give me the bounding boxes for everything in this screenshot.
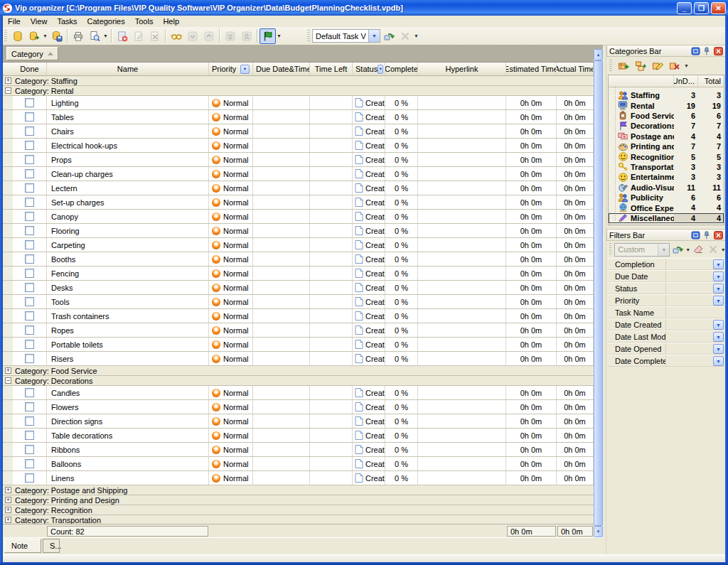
task-row-lighting[interactable]: Lighting Normal Create 0 % 0h 0m 0h 0m (3, 96, 594, 110)
apply-view-button[interactable] (380, 28, 397, 44)
done-checkbox[interactable] (25, 98, 34, 107)
filter-value-dropdown-icon[interactable] (713, 259, 724, 269)
task-row-portable-toilets[interactable]: Portable toilets Normal Create 0 % 0h 0m… (3, 338, 594, 352)
add-task-button[interactable] (114, 28, 130, 44)
done-checkbox[interactable] (25, 169, 34, 178)
task-row-balloons[interactable]: Balloons Normal Create 0 % 0h 0m 0h 0m (3, 457, 594, 471)
column-header-priority[interactable]: Priority (209, 63, 253, 75)
group-row-category-printing-and-design[interactable]: Category: Printing and Design (3, 495, 594, 505)
done-checkbox[interactable] (25, 269, 34, 278)
erase-filter-button[interactable] (691, 242, 705, 257)
task-row-risers[interactable]: Risers Normal Create 0 % 0h 0m 0h 0m (3, 352, 594, 366)
scrollbar-thumb[interactable] (594, 60, 603, 526)
move-up-button[interactable] (200, 28, 217, 44)
column-header-status[interactable]: Status (353, 63, 385, 75)
category-row-entertainmen[interactable]: Entertainmen 3 3 (609, 172, 724, 182)
done-checkbox[interactable] (25, 198, 34, 207)
task-row-tools[interactable]: Tools Normal Create 0 % 0h 0m 0h 0m (3, 295, 594, 309)
task-row-ribbons[interactable]: Ribbons Normal Create 0 % 0h 0m 0h 0m (3, 443, 594, 457)
category-row-staffing[interactable]: Staffing 3 3 (609, 90, 724, 100)
edit-task-button[interactable] (130, 28, 146, 44)
add-category-button[interactable] (615, 58, 631, 74)
done-checkbox[interactable] (25, 297, 34, 306)
expand-icon[interactable] (5, 507, 11, 513)
collapse-icon[interactable] (5, 377, 11, 384)
close-panel-icon[interactable] (713, 230, 723, 240)
close-panel-icon[interactable] (713, 46, 723, 55)
task-row-carpeting[interactable]: Carpeting Normal Create 0 % 0h 0m 0h 0m (3, 238, 594, 252)
filter-value-dropdown-icon[interactable] (713, 344, 724, 354)
print-button[interactable] (70, 28, 86, 44)
group-row-category-decorations[interactable]: Category: Decorations (3, 376, 594, 386)
expand-icon[interactable] (5, 77, 11, 84)
filter-value-dropdown-icon[interactable] (713, 332, 724, 342)
done-checkbox[interactable] (25, 212, 34, 221)
done-checkbox[interactable] (25, 388, 34, 397)
task-row-lectern[interactable]: Lectern Normal Create 0 % 0h 0m 0h 0m (3, 181, 594, 195)
done-checkbox[interactable] (25, 431, 34, 440)
column-header-actual-time[interactable]: Actual Time (557, 63, 594, 75)
task-row-booths[interactable]: Booths Normal Create 0 % 0h 0m 0h 0m (3, 252, 594, 267)
edit-category-button[interactable] (649, 58, 665, 74)
menu-view[interactable]: View (26, 16, 53, 26)
menu-help[interactable]: Help (158, 16, 184, 26)
tab-s[interactable]: S... (43, 539, 60, 553)
category-row-publicity[interactable]: Publicity 6 6 (609, 193, 724, 203)
vertical-scrollbar[interactable] (594, 49, 603, 537)
done-checkbox[interactable] (25, 445, 34, 454)
filter-preset-combo[interactable]: Custom (614, 243, 670, 257)
category-row-rental[interactable]: Rental 19 19 (609, 100, 724, 110)
collapse-icon[interactable] (5, 87, 11, 94)
task-row-direction-signs[interactable]: Direction signs Normal Create 0 % 0h 0m … (3, 414, 594, 429)
task-row-ropes[interactable]: Ropes Normal Create 0 % 0h 0m 0h 0m (3, 323, 594, 338)
column-header-name[interactable]: Name (47, 63, 209, 75)
done-checkbox[interactable] (25, 127, 34, 136)
task-row-table-decorations[interactable]: Table decorations Normal Create 0 % 0h 0… (3, 429, 594, 443)
category-row-food-service[interactable]: Food Service 6 6 (609, 111, 724, 121)
group-row-category-recognition[interactable]: Category: Recognition (3, 505, 594, 515)
done-checkbox[interactable] (25, 402, 34, 411)
category-row-transportatio[interactable]: Transportatio 3 3 (609, 162, 724, 172)
done-checkbox[interactable] (25, 240, 34, 249)
pin-panel-icon[interactable] (702, 46, 712, 55)
menu-tools[interactable]: Tools (130, 16, 159, 26)
menu-file[interactable]: File (3, 16, 26, 26)
done-checkbox[interactable] (25, 459, 34, 468)
scroll-down-icon[interactable] (594, 526, 603, 537)
task-row-linens[interactable]: Linens Normal Create 0 % 0h 0m 0h 0m (3, 471, 594, 485)
done-checkbox[interactable] (25, 226, 34, 235)
done-checkbox[interactable] (25, 254, 34, 264)
done-checkbox[interactable] (25, 141, 34, 150)
done-checkbox[interactable] (25, 112, 34, 122)
restore-button[interactable]: ❐ (694, 2, 709, 14)
category-row-office-expen[interactable]: Office Expen 4 4 (609, 203, 724, 212)
open-database-button[interactable] (26, 28, 42, 44)
menu-categories[interactable]: Categories (82, 16, 130, 26)
combo-arrow-icon[interactable] (368, 30, 380, 42)
add-subcategory-button[interactable] (632, 58, 648, 74)
dropdown-caret-icon[interactable] (42, 33, 48, 38)
dropdown-caret-icon[interactable] (102, 33, 109, 38)
dropdown-caret-icon[interactable] (276, 33, 282, 38)
column-header-time-left[interactable]: Time Left (310, 63, 353, 75)
float-panel-icon[interactable] (690, 230, 700, 240)
filter-value-dropdown-icon[interactable] (713, 356, 724, 366)
delete-category-button[interactable] (666, 58, 682, 74)
group-row-category-postage-and-shipping[interactable]: Category: Postage and Shipping (3, 485, 594, 495)
filter-value-dropdown-icon[interactable] (713, 296, 724, 306)
task-row-candles[interactable]: Candles Normal Create 0 % 0h 0m 0h 0m (3, 386, 594, 400)
task-row-set-up-charges[interactable]: Set-up charges Normal Create 0 % 0h 0m 0… (3, 195, 594, 210)
done-checkbox[interactable] (25, 155, 34, 164)
category-row-audio-visual[interactable]: Audio-Visual 11 11 (609, 183, 724, 193)
task-row-clean-up-charges[interactable]: Clean-up charges Normal Create 0 % 0h 0m… (3, 167, 594, 181)
category-row-decorations[interactable]: Decorations 7 7 (609, 121, 724, 131)
category-name-column[interactable] (609, 75, 674, 87)
filter-flag-button[interactable] (259, 28, 276, 44)
group-row-category-food-service[interactable]: Category: Food Service (3, 366, 594, 376)
column-header-due-date-time[interactable]: Due Date&Time (253, 63, 310, 75)
apply-filter-button[interactable] (670, 242, 685, 257)
done-checkbox[interactable] (25, 311, 34, 321)
column-header-estimated-time[interactable]: Estimated Time (506, 63, 557, 75)
new-database-button[interactable] (9, 28, 26, 44)
task-view-combo[interactable]: Default Task V (312, 29, 380, 43)
